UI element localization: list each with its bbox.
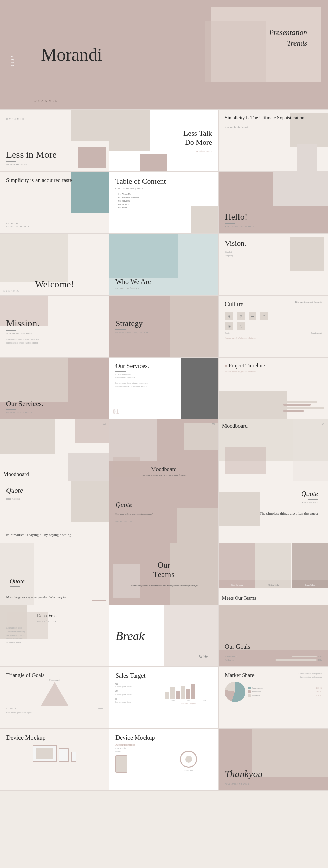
toc-item-1: 01. About Us [115, 193, 212, 195]
culture-col1: Title [295, 301, 299, 303]
slide-device-mockup-2: Device Mockup Awesome Presentation Beat … [109, 729, 219, 791]
toc-item-4: 04. Projects [115, 203, 212, 206]
sales-item3: 03 [115, 698, 163, 701]
vision-title: Vision. [225, 239, 322, 248]
toc-title: Table of Content [115, 177, 212, 186]
quote1-author: Bill Atkins [6, 497, 103, 500]
slide-hello: Hello! Your Slide Better Here [219, 172, 328, 233]
market-share-sub: A short write to show your abusiness goa… [298, 672, 322, 679]
culture-icon-2: ◇ [237, 312, 245, 320]
timeline-bar-4 [283, 410, 304, 412]
project-timeline-title: Project Timeline [229, 363, 265, 369]
mission-text: Lorem ipsum dolor sit amet, consectetur … [6, 338, 103, 345]
meets-teams-name1: Diana Sarkova [219, 580, 255, 588]
bar-1 [165, 692, 169, 699]
our-services-white-num: 01 [113, 408, 119, 415]
bar-3 [176, 691, 180, 699]
meets-teams-photo2 [255, 543, 291, 584]
our-services-white-sub2: Social Media Specialist [115, 376, 212, 380]
our-goals-item1: Awareness 1.1k [225, 655, 322, 658]
simplicity-ultimate-title: Simplicity Is The Ultimate Sophisticatio… [225, 115, 322, 121]
toc-sub: Our 1st Meeting Here [115, 187, 212, 190]
culture-quote: You can have it all, just not all at onc… [225, 337, 322, 340]
slide-our-services-pink: Our Services. Interior & Furniture [0, 358, 109, 419]
slide-thankyou: Thankyou your amazing work [219, 729, 328, 791]
our-services-white-sub1: Buying Internship [115, 373, 212, 376]
who-we-are-sub: Future Conference [115, 287, 212, 290]
slide-quote-3: Quote Rachael Ray The simplest things ar… [219, 481, 328, 543]
meets-teams-title: Meets Our Teams [222, 596, 324, 601]
slide-less-talk: Less TalkDo More Action more [109, 110, 219, 171]
simplicity-acquired-title: Simplicity is an acquired taste [6, 177, 103, 184]
device-mockup-2-title: Device Mockup [115, 734, 212, 741]
vision-text: SimplicitySimplicity [225, 251, 322, 257]
our-teams-title: OurTeams [130, 560, 197, 580]
triangle-right-label: Clients [97, 707, 103, 709]
slide-simplicity-acquired: Simplicity is an acquired taste Katharin… [0, 172, 109, 233]
culture-title: Culture [225, 301, 243, 308]
meets-teams-photos [219, 543, 328, 584]
thankyou-sub: your amazing work [225, 782, 322, 785]
proj-timeline-dot: ◆ [225, 364, 227, 367]
less-in-more-sub: Andrea De Sarto [6, 163, 103, 166]
sales-sub: Statistics Graphics [165, 702, 213, 706]
our-services-white-desc: Lorem ipsum dolor sit amet consectetur a… [115, 381, 212, 388]
hello-image [273, 172, 328, 206]
dena-voksa-role: Head of Advice [37, 620, 103, 623]
quote4-text: Make things as simple as possible but no… [6, 595, 103, 600]
slide-vision: Vision. SimplicitySimplicity [219, 234, 328, 295]
dena-voksa-name: Dena Voksa [37, 613, 103, 619]
less-talk-title: Less TalkDo More [183, 129, 212, 147]
slide-market-share: Market Share A short write to show your … [219, 667, 328, 729]
toc-item-2: 02. Vision & Mission [115, 196, 212, 199]
timeline-bar-3 [283, 407, 324, 409]
dena-voksa-desc: Lorem ipsum dolor Consectetur adipiscing… [6, 626, 103, 645]
slide-moodboard-03: 03 Moodboard The future is almost here..… [109, 419, 219, 481]
culture-label1: Topic [225, 332, 230, 334]
our-services-pink-image [0, 358, 68, 402]
slide-who-we-are: Who We Are Future Conference [109, 234, 219, 295]
simplicity-acquired-sub: KatharineFullerton Gerould [6, 222, 103, 228]
slide-quote-1: Quote Bill Atkins Minimalism is saying a… [0, 481, 109, 543]
sales-target-title: Sales Target [115, 672, 212, 679]
slide-dena-voksa: Dena Voksa Head of Advice Lorem ipsum do… [0, 605, 109, 667]
quote2-title: Quote [115, 501, 212, 509]
less-in-more-title: Less in More [6, 149, 103, 160]
device-mockup-1-title: Device Mockup [6, 734, 103, 741]
slide-break: Break Slide [109, 605, 219, 667]
hero-image-overlap [205, 21, 266, 82]
slide-our-teams: OurTeams Talent wins games, but teamwork… [109, 543, 219, 605]
slide-table-of-content: Table of Content Our 1st Meeting Here 01… [109, 172, 219, 233]
culture-label2: Requirement [311, 332, 322, 334]
slide-culture: Culture Title Achievement Summit ◈ ◇ ▬ ✦… [219, 296, 328, 357]
moodboard02-img1 [0, 419, 55, 454]
bar-5 [186, 689, 190, 699]
our-goals-item2: Followers 2.5k [225, 659, 322, 661]
strategy-title: Strategy [115, 319, 212, 328]
triangle-top-label: Requirement [49, 679, 60, 681]
less-talk-image-left [109, 110, 150, 151]
timeline-bar-1 [283, 401, 317, 403]
welcome-dynamic: DYNAMIC [3, 289, 19, 292]
moodboard04-img2 [226, 447, 266, 474]
slide-welcome: Welcome! DYNAMIC [0, 234, 109, 295]
hello-title: Hello! [225, 212, 322, 222]
moodboard03-img2 [184, 423, 218, 450]
sales-item2: 02 [115, 690, 163, 693]
less-talk-action: Action more [183, 150, 212, 152]
our-services-pink-sub: Interior & Furniture [6, 411, 103, 414]
moodboard03-num: 03 [212, 422, 215, 425]
project-timeline-quote: You can have it all, just not all at onc… [225, 370, 322, 374]
quote2-text: Your home is living space, not storage s… [115, 513, 212, 516]
bar-2 [170, 687, 175, 699]
who-we-are-title: Who We Are [115, 278, 212, 286]
hero-dynamic: DYNAMIC [34, 99, 58, 102]
break-sub: Slide [199, 654, 208, 660]
device2-cycle [180, 751, 197, 768]
device-phone [71, 752, 76, 762]
sales-label3: 2021 [203, 700, 206, 702]
culture-icon-4: ✦ [260, 312, 268, 320]
device-tablet [59, 748, 69, 762]
moodboard02-title: Moodboard [3, 471, 106, 477]
strategy-sub: Second Star Left, Do Not [115, 331, 212, 334]
